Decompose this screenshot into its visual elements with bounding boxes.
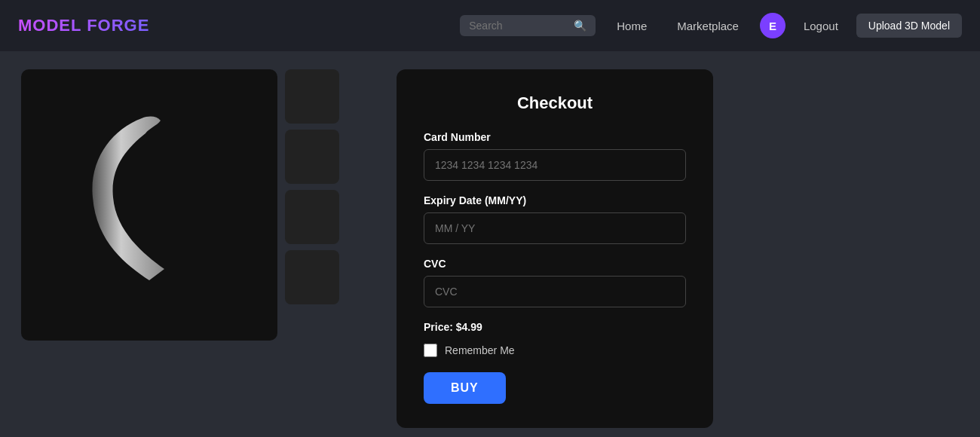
thumbnail-4[interactable] — [285, 250, 339, 304]
checkout-title: Checkout — [424, 93, 686, 113]
thumbnail-2[interactable] — [285, 130, 339, 184]
card-number-label: Card Number — [424, 131, 686, 143]
card-number-input[interactable] — [424, 149, 686, 181]
remember-label: Remember Me — [445, 344, 515, 356]
navbar: MODEL FORGE 🔍 Home Marketplace E Logout … — [0, 0, 980, 51]
remember-row: Remember Me — [424, 344, 686, 357]
upload-button[interactable]: Upload 3D Model — [856, 14, 962, 38]
thumbnail-1[interactable] — [285, 69, 339, 124]
model-svg — [81, 107, 217, 303]
expiry-input[interactable] — [424, 212, 686, 244]
cvc-input[interactable] — [424, 276, 686, 307]
thumbnails — [285, 69, 339, 428]
remember-checkbox[interactable] — [424, 344, 437, 357]
checkout-card: Checkout Card Number Expiry Date (MM/YY)… — [397, 69, 713, 428]
expiry-label: Expiry Date (MM/YY) — [424, 194, 686, 206]
card-number-group: Card Number — [424, 131, 686, 181]
price-text: Price: $4.99 — [424, 321, 686, 333]
model-preview — [21, 69, 277, 341]
search-icon: 🔍 — [574, 20, 586, 32]
logout-button[interactable]: Logout — [798, 20, 844, 32]
thumbnail-3[interactable] — [285, 190, 339, 244]
expiry-group: Expiry Date (MM/YY) — [424, 194, 686, 244]
buy-button[interactable]: BUY — [424, 372, 506, 404]
cvc-group: CVC — [424, 258, 686, 307]
nav-home[interactable]: Home — [608, 20, 656, 32]
brand-logo: MODEL FORGE — [18, 16, 149, 35]
search-input[interactable] — [469, 20, 568, 32]
search-wrapper: 🔍 — [460, 15, 596, 36]
cvc-label: CVC — [424, 258, 686, 270]
avatar[interactable]: E — [760, 13, 786, 38]
main-content: Checkout Card Number Expiry Date (MM/YY)… — [0, 51, 980, 437]
nav-marketplace[interactable]: Marketplace — [668, 20, 748, 32]
preview-section — [21, 69, 339, 428]
